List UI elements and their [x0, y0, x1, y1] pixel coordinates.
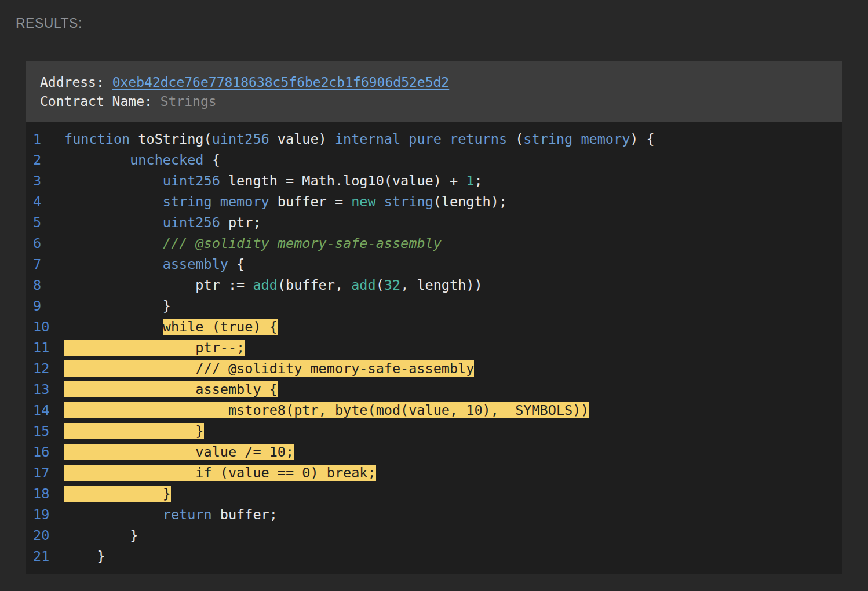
- code-text: /// @solidity memory-safe-assembly: [64, 358, 474, 379]
- line-number: 13: [26, 379, 64, 400]
- line-number: 3: [26, 170, 64, 191]
- code-block: 1function toString(uint256 value) intern…: [26, 122, 842, 574]
- code-text: /// @solidity memory-safe-assembly: [64, 233, 442, 254]
- code-line: 20 }: [26, 525, 842, 546]
- code-text: return buffer;: [64, 504, 278, 525]
- line-number: 8: [26, 275, 64, 296]
- line-number: 10: [26, 316, 64, 337]
- code-line: 8 ptr := add(buffer, add(32, length)): [26, 275, 842, 296]
- code-line: 13 assembly {: [26, 379, 842, 400]
- results-label: RESULTS:: [16, 16, 842, 31]
- line-number: 12: [26, 358, 64, 379]
- code-line: 4 string memory buffer = new string(leng…: [26, 191, 842, 212]
- code-line: 1function toString(uint256 value) intern…: [26, 129, 842, 149]
- code-line: 7 assembly {: [26, 254, 842, 275]
- code-text: }: [64, 525, 138, 546]
- code-line: 6 /// @solidity memory-safe-assembly: [26, 233, 842, 254]
- code-text: value /= 10;: [64, 442, 294, 462]
- code-line: 19 return buffer;: [26, 504, 842, 525]
- line-number: 19: [26, 504, 64, 525]
- code-line: 11 ptr--;: [26, 337, 842, 358]
- address-link[interactable]: 0xeb42dce76e77818638c5f6be2cb1f6906d52e5…: [112, 75, 450, 90]
- line-number: 2: [26, 149, 64, 170]
- code-text: }: [64, 546, 105, 567]
- code-line: 18 }: [26, 483, 842, 504]
- address-label: Address:: [40, 75, 104, 90]
- code-text: string memory buffer = new string(length…: [64, 191, 507, 212]
- line-number: 17: [26, 462, 64, 483]
- code-text: while (true) {: [64, 316, 278, 337]
- line-number: 18: [26, 483, 64, 504]
- contract-name-label: Contract Name:: [40, 94, 152, 109]
- contract-header: Address: 0xeb42dce76e77818638c5f6be2cb1f…: [26, 61, 842, 122]
- line-number: 5: [26, 212, 64, 233]
- address-row: Address: 0xeb42dce76e77818638c5f6be2cb1f…: [40, 73, 828, 92]
- line-number: 6: [26, 233, 64, 254]
- contract-name-value: Strings: [161, 94, 217, 109]
- code-text: function toString(uint256 value) interna…: [64, 129, 655, 149]
- line-number: 16: [26, 442, 64, 462]
- code-text: ptr--;: [64, 337, 245, 358]
- code-line: 17 if (value == 0) break;: [26, 462, 842, 483]
- code-text: ptr := add(buffer, add(32, length)): [64, 275, 483, 296]
- code-text: uint256 ptr;: [64, 212, 261, 233]
- line-number: 4: [26, 191, 64, 212]
- code-line: 2 unchecked {: [26, 149, 842, 170]
- line-number: 7: [26, 254, 64, 275]
- contract-card: Address: 0xeb42dce76e77818638c5f6be2cb1f…: [26, 61, 842, 574]
- code-line: 10 while (true) {: [26, 316, 842, 337]
- code-line: 14 mstore8(ptr, byte(mod(value, 10), _SY…: [26, 400, 842, 421]
- code-line: 12 /// @solidity memory-safe-assembly: [26, 358, 842, 379]
- code-text: unchecked {: [64, 149, 220, 170]
- contract-name-row: Contract Name: Strings: [40, 92, 828, 111]
- line-number: 9: [26, 296, 64, 316]
- code-line: 5 uint256 ptr;: [26, 212, 842, 233]
- code-line: 3 uint256 length = Math.log10(value) + 1…: [26, 170, 842, 191]
- code-line: 9 }: [26, 296, 842, 316]
- code-text: assembly {: [64, 379, 278, 400]
- code-text: uint256 length = Math.log10(value) + 1;: [64, 170, 483, 191]
- line-number: 15: [26, 421, 64, 442]
- code-text: }: [64, 483, 171, 504]
- code-line: 15 }: [26, 421, 842, 442]
- line-number: 20: [26, 525, 64, 546]
- line-number: 11: [26, 337, 64, 358]
- code-text: }: [64, 421, 204, 442]
- line-number: 21: [26, 546, 64, 567]
- code-line: 21 }: [26, 546, 842, 567]
- code-line: 16 value /= 10;: [26, 442, 842, 462]
- code-text: }: [64, 296, 171, 316]
- line-number: 14: [26, 400, 64, 421]
- code-text: mstore8(ptr, byte(mod(value, 10), _SYMBO…: [64, 400, 589, 421]
- line-number: 1: [26, 129, 64, 149]
- code-text: assembly {: [64, 254, 245, 275]
- code-text: if (value == 0) break;: [64, 462, 376, 483]
